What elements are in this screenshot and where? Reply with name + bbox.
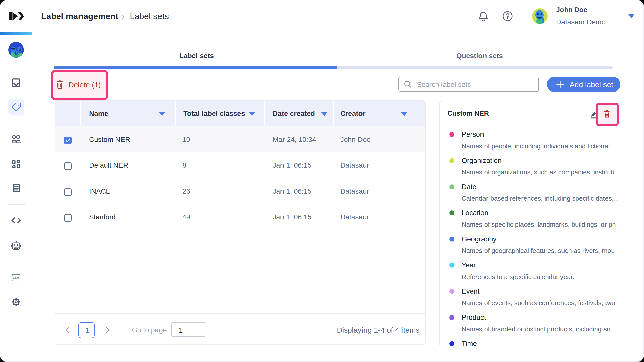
svg-text:LLM: LLM — [13, 276, 20, 280]
